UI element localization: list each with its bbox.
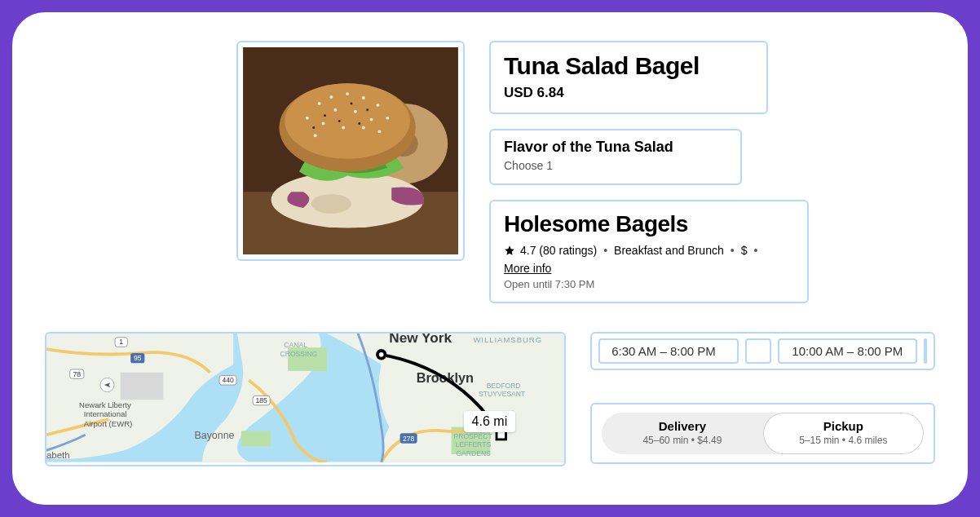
flavor-selector-box[interactable]: Flavor of the Tuna Salad Choose 1 xyxy=(489,129,742,185)
map-distance-chip: 4.6 mi xyxy=(464,411,516,432)
svg-rect-31 xyxy=(241,431,271,446)
delivery-map[interactable]: New York Brooklyn WILLIAMSBURG CANAL CRO… xyxy=(45,332,566,466)
restaurant-meta: 4.7 (80 ratings) Breakfast and Brunch $ … xyxy=(504,244,794,275)
separator-dot xyxy=(752,244,759,257)
svg-text:Newark Liberty: Newark Liberty xyxy=(79,400,131,409)
svg-point-11 xyxy=(362,96,365,99)
star-icon xyxy=(504,245,515,256)
svg-point-5 xyxy=(311,194,351,214)
flavor-heading: Flavor of the Tuna Salad xyxy=(504,139,727,156)
separator-dot xyxy=(729,244,736,257)
svg-rect-33 xyxy=(121,373,164,400)
svg-text:BEDFORD: BEDFORD xyxy=(487,382,521,390)
product-title-box: Tuna Salad Bagel USD 6.84 xyxy=(489,41,768,114)
open-until: Open until 7:30 PM xyxy=(504,278,794,290)
delivery-pill[interactable]: Delivery 45–60 min • $4.49 xyxy=(602,413,762,454)
svg-point-25 xyxy=(366,108,369,111)
fulfillment-toggle: Delivery 45–60 min • $4.49 Pickup 5–15 m… xyxy=(602,413,924,454)
svg-point-16 xyxy=(342,126,345,129)
more-info-link[interactable]: More info xyxy=(504,262,551,275)
svg-text:PROSPECT: PROSPECT xyxy=(454,432,493,440)
right-column: 6:30 AM – 8:00 PM 10:00 AM – 8:00 PM Del… xyxy=(590,332,935,466)
svg-point-15 xyxy=(322,122,325,126)
svg-point-17 xyxy=(362,126,365,129)
restaurant-name: Holesome Bagels xyxy=(504,211,794,237)
product-name: Tuna Salad Bagel xyxy=(504,52,753,80)
svg-text:LEFFERTS: LEFFERTS xyxy=(455,440,491,449)
hours-slot-empty xyxy=(745,338,771,364)
svg-text:278: 278 xyxy=(403,435,415,443)
svg-text:WILLIAMSBURG: WILLIAMSBURG xyxy=(473,335,542,344)
svg-point-19 xyxy=(314,134,317,137)
product-photo xyxy=(236,41,465,261)
svg-point-14 xyxy=(306,117,309,120)
delivery-label: Delivery xyxy=(610,419,754,433)
fulfillment-box: Delivery 45–60 min • $4.49 Pickup 5–15 m… xyxy=(590,403,935,464)
flavor-sub: Choose 1 xyxy=(504,159,727,172)
map-label-ny: New York xyxy=(389,334,452,346)
svg-text:1: 1 xyxy=(119,338,123,346)
svg-point-26 xyxy=(338,120,341,122)
hours-box: 6:30 AM – 8:00 PM 10:00 AM – 8:00 PM xyxy=(590,332,935,370)
product-info-column: Tuna Salad Bagel USD 6.84 Flavor of the … xyxy=(489,41,809,303)
pickup-pill[interactable]: Pickup 5–15 min • 4.6 miles xyxy=(763,413,924,454)
svg-point-13 xyxy=(386,117,389,120)
svg-point-10 xyxy=(346,92,349,95)
product-header-row: Tuna Salad Bagel USD 6.84 Flavor of the … xyxy=(236,41,980,303)
restaurant-price-tier: $ xyxy=(741,244,748,257)
bottom-row: New York Brooklyn WILLIAMSBURG CANAL CRO… xyxy=(45,332,935,466)
delivery-sub: 45–60 min • $4.49 xyxy=(610,435,754,446)
separator-dot xyxy=(602,244,609,257)
svg-point-18 xyxy=(377,130,381,133)
svg-point-27 xyxy=(312,126,315,129)
svg-point-62 xyxy=(379,352,384,357)
hours-slot-2[interactable]: 10:00 AM – 8:00 PM xyxy=(778,338,917,364)
svg-text:International: International xyxy=(84,409,127,418)
pickup-sub: 5–15 min • 4.6 miles xyxy=(771,435,916,446)
svg-text:Airport (EWR): Airport (EWR) xyxy=(84,419,132,428)
svg-point-20 xyxy=(333,108,337,112)
svg-point-8 xyxy=(318,102,321,105)
restaurant-category: Breakfast and Brunch xyxy=(614,244,724,257)
svg-point-22 xyxy=(370,118,373,122)
product-price: USD 6.84 xyxy=(504,85,753,101)
svg-text:Bayonne: Bayonne xyxy=(194,430,234,441)
svg-point-9 xyxy=(329,95,333,99)
svg-point-24 xyxy=(351,102,353,104)
restaurant-rating: 4.7 (80 ratings) xyxy=(520,244,597,257)
svg-text:185: 185 xyxy=(255,396,267,404)
page-container: Tuna Salad Bagel USD 6.84 Flavor of the … xyxy=(12,12,968,505)
svg-point-21 xyxy=(354,110,357,113)
svg-text:GARDENS: GARDENS xyxy=(456,449,491,457)
svg-text:CROSSING: CROSSING xyxy=(280,350,318,358)
svg-text:95: 95 xyxy=(134,354,142,362)
svg-text:78: 78 xyxy=(73,370,81,378)
svg-point-12 xyxy=(377,104,380,107)
svg-text:440: 440 xyxy=(222,376,234,384)
svg-text:STUYVESANT: STUYVESANT xyxy=(479,390,526,398)
hours-slot-1[interactable]: 6:30 AM – 8:00 PM xyxy=(598,338,738,364)
svg-text:CANAL: CANAL xyxy=(284,341,307,349)
hours-tail xyxy=(924,338,927,364)
svg-point-23 xyxy=(324,114,326,117)
pickup-label: Pickup xyxy=(771,419,916,433)
restaurant-box: Holesome Bagels 4.7 (80 ratings) Breakfa… xyxy=(489,200,809,303)
svg-point-28 xyxy=(358,122,360,125)
svg-text:abeth: abeth xyxy=(46,450,70,460)
